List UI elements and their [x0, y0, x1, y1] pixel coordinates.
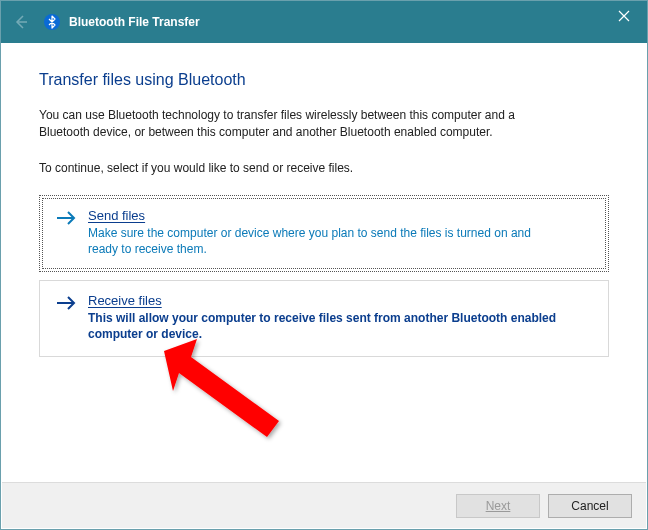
option-send-title: Send files — [88, 208, 592, 223]
page-description: You can use Bluetooth technology to tran… — [39, 107, 559, 141]
footer: Next Cancel — [2, 482, 646, 528]
option-receive-description: This will allow your computer to receive… — [88, 310, 558, 342]
titlebar: Bluetooth File Transfer — [1, 1, 647, 43]
page-instruction: To continue, select if you would like to… — [39, 161, 609, 175]
window-title: Bluetooth File Transfer — [69, 15, 200, 29]
bluetooth-icon — [43, 13, 61, 31]
back-button — [9, 10, 33, 34]
next-button: Next — [456, 494, 540, 518]
option-send-files[interactable]: Send files Make sure the computer or dev… — [39, 195, 609, 272]
content-area: Transfer files using Bluetooth You can u… — [1, 43, 647, 357]
close-icon — [618, 10, 630, 22]
arrow-right-icon — [56, 295, 78, 314]
close-button[interactable] — [601, 1, 647, 31]
option-send-description: Make sure the computer or device where y… — [88, 225, 558, 257]
option-receive-title: Receive files — [88, 293, 592, 308]
cancel-button[interactable]: Cancel — [548, 494, 632, 518]
bluetooth-file-transfer-wizard: Bluetooth File Transfer Transfer files u… — [0, 0, 648, 530]
back-arrow-icon — [13, 14, 29, 30]
page-heading: Transfer files using Bluetooth — [39, 71, 609, 89]
arrow-right-icon — [56, 210, 78, 229]
option-receive-files[interactable]: Receive files This will allow your compu… — [39, 280, 609, 357]
